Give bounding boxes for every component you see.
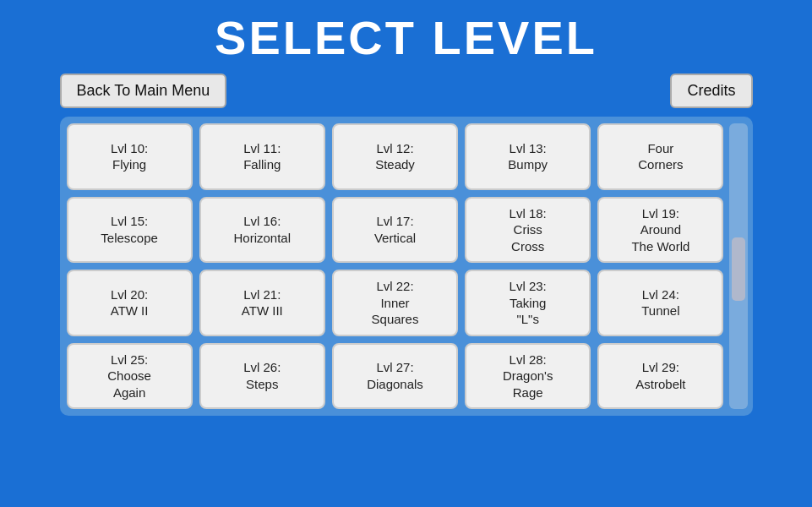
level-grid-container: Lvl 10:FlyingLvl 11:FallingLvl 12:Steady… — [60, 117, 753, 416]
top-bar: Back To Main Menu Credits — [60, 74, 753, 108]
level-button-lvl10[interactable]: Lvl 10:Flying — [67, 123, 193, 190]
scrollbar-thumb — [732, 237, 745, 300]
level-button-lvl21[interactable]: Lvl 21:ATW III — [199, 270, 325, 336]
level-button-lvl20[interactable]: Lvl 20:ATW II — [67, 270, 193, 336]
level-button-lvl27[interactable]: Lvl 27:Diagonals — [332, 343, 458, 410]
level-button-lvl18[interactable]: Lvl 18:CrissCross — [465, 197, 591, 264]
level-button-lvl13[interactable]: Lvl 13:Bumpy — [465, 123, 591, 190]
level-button-lvl11[interactable]: Lvl 11:Falling — [199, 123, 325, 190]
level-button-lvl14[interactable]: FourCorners — [597, 123, 723, 190]
level-button-lvl24[interactable]: Lvl 24:Tunnel — [597, 270, 723, 336]
level-button-lvl29[interactable]: Lvl 29:Astrobelt — [597, 343, 723, 410]
level-button-lvl16[interactable]: Lvl 16:Horizontal — [199, 197, 325, 264]
level-button-lvl23[interactable]: Lvl 23:Taking"L"s — [465, 270, 591, 336]
level-button-lvl15[interactable]: Lvl 15:Telescope — [67, 197, 193, 264]
level-button-lvl25[interactable]: Lvl 25:ChooseAgain — [67, 343, 193, 410]
credits-button[interactable]: Credits — [670, 74, 752, 108]
back-to-main-menu-button[interactable]: Back To Main Menu — [60, 74, 227, 108]
level-button-lvl26[interactable]: Lvl 26:Steps — [199, 343, 325, 410]
level-button-lvl12[interactable]: Lvl 12:Steady — [332, 123, 458, 190]
level-button-lvl22[interactable]: Lvl 22:InnerSquares — [332, 270, 458, 336]
level-grid: Lvl 10:FlyingLvl 11:FallingLvl 12:Steady… — [67, 123, 724, 409]
level-button-lvl17[interactable]: Lvl 17:Vertical — [332, 197, 458, 264]
page-title: SELECT LEVEL — [215, 10, 597, 65]
level-button-lvl28[interactable]: Lvl 28:Dragon'sRage — [465, 343, 591, 410]
level-button-lvl19[interactable]: Lvl 19:AroundThe World — [597, 197, 723, 264]
scrollbar-track[interactable] — [729, 123, 748, 409]
